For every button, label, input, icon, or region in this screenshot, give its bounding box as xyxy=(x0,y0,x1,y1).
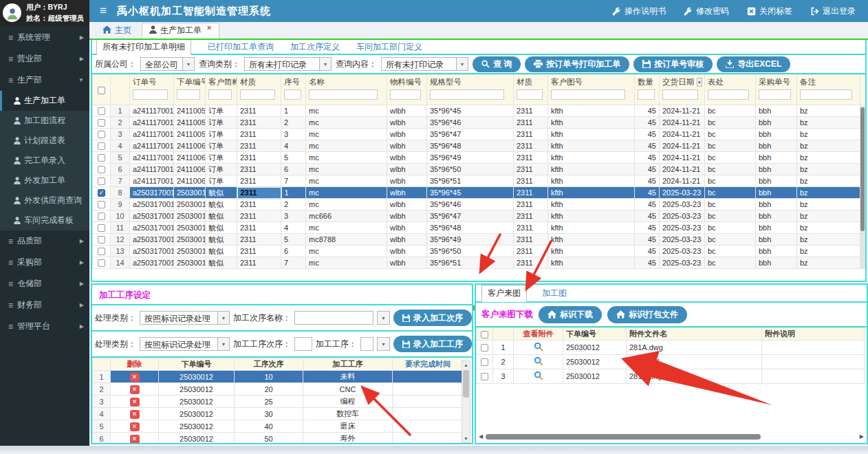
chevron-down-icon[interactable]: ▼ xyxy=(378,338,389,350)
column-filter-input[interactable] xyxy=(177,89,200,100)
subtab-printed-query[interactable]: 已打印加工单查询 xyxy=(208,41,274,53)
sort-dropdown-icon[interactable]: ▼ xyxy=(697,78,702,87)
column-filter-input[interactable] xyxy=(133,89,168,100)
change-password-button[interactable]: 修改密码 xyxy=(684,6,729,17)
step-proc-input[interactable] xyxy=(360,337,373,351)
delete-icon[interactable]: ✕ xyxy=(130,373,140,382)
logout-button[interactable]: 退出登录 xyxy=(810,6,856,17)
scroll-down-icon[interactable]: ▼ xyxy=(462,435,470,442)
delete-icon[interactable]: ✕ xyxy=(130,422,140,431)
row-checkbox[interactable] xyxy=(481,344,488,352)
column-filter-input[interactable] xyxy=(551,89,625,100)
column-filter-input[interactable] xyxy=(390,89,421,100)
search-button[interactable]: 查 询 xyxy=(473,56,521,72)
column-filter-input[interactable] xyxy=(430,89,504,100)
table-row[interactable]: 9a25031700125030013貌似23112mcwlbh35*96*46… xyxy=(93,199,866,210)
table-row[interactable]: 3a24111700124110059订单23113mcwlbh35*96*47… xyxy=(93,129,866,140)
column-filter-input[interactable] xyxy=(240,89,275,100)
attachments-horizontal-scrollbar[interactable]: ◀ ▶ xyxy=(479,433,864,440)
export-excel-button[interactable]: 导出EXCEL xyxy=(717,56,790,72)
row-checkbox[interactable] xyxy=(98,131,105,138)
tab-process-drawing[interactable]: 加工图 xyxy=(536,285,572,301)
process-vertical-scrollbar[interactable]: ▲ ▼ xyxy=(462,360,470,443)
select-all-checkbox[interactable] xyxy=(98,87,105,94)
sidebar-item-系统管理[interactable]: ≡系统管理▶ xyxy=(0,27,89,48)
content-select[interactable]: 所有未打印记录▼ xyxy=(381,57,468,71)
table-row[interactable]: 2a24111700124110058订单23112mcwlbh35*96*46… xyxy=(93,117,866,129)
row-checkbox[interactable] xyxy=(481,358,488,366)
scroll-up-icon[interactable]: ▲ xyxy=(462,361,470,369)
mark-package-button[interactable]: 标识打包文件 xyxy=(607,306,687,323)
row-checkbox[interactable] xyxy=(98,142,105,150)
audit-by-order-button[interactable]: 按订单号审核 xyxy=(633,56,713,72)
row-checkbox[interactable] xyxy=(98,248,105,255)
column-filter-input[interactable] xyxy=(708,89,749,100)
table-row[interactable]: ✓8a25031700125030012貌似23111mcwlbh35*96*4… xyxy=(93,187,866,199)
row-checkbox[interactable]: ✓ xyxy=(98,189,105,197)
column-filter-input[interactable] xyxy=(662,89,698,100)
sidebar-item-外发供应商查询[interactable]: 外发供应商查询 xyxy=(0,191,89,210)
view-attachment-icon[interactable] xyxy=(534,371,543,380)
scroll-left-icon[interactable]: ◀ xyxy=(479,433,483,440)
chevron-down-icon[interactable]: ▼ xyxy=(217,338,229,350)
close-tab-button[interactable]: 关闭标签 xyxy=(747,6,792,17)
delete-icon[interactable]: ✕ xyxy=(130,398,140,407)
attachment-row[interactable]: 325030012281A.png xyxy=(477,369,865,384)
step-proc-dropdown[interactable]: ▼ xyxy=(377,337,390,351)
column-filter-input[interactable] xyxy=(309,89,378,100)
hamburger-menu-icon[interactable]: ≡ xyxy=(89,4,117,18)
sidebar-item-生产加工单[interactable]: 生产加工单 xyxy=(0,91,89,111)
sidebar-item-营业部[interactable]: ≡营业部▶ xyxy=(0,48,89,69)
row-checkbox[interactable] xyxy=(98,259,105,267)
column-filter-input[interactable] xyxy=(517,89,543,100)
delete-icon[interactable]: ✕ xyxy=(130,410,140,419)
process-row[interactable]: 5✕2503001240磨床 xyxy=(93,420,464,433)
tab-close-icon[interactable]: ✕ xyxy=(206,24,212,32)
column-filter-input[interactable] xyxy=(208,89,232,100)
sequence-name-input[interactable] xyxy=(294,311,373,325)
view-attachment-icon[interactable] xyxy=(534,356,543,366)
mark-download-button[interactable]: 标识下载 xyxy=(539,306,602,323)
process-row[interactable]: 6✕2503001250寿外 xyxy=(93,433,464,445)
subtab-workshop-dept-def[interactable]: 车间加工部门定义 xyxy=(356,41,422,53)
table-row[interactable]: 6a24111700124110062订单23116mcwlbh35*96*50… xyxy=(93,164,866,175)
table-row[interactable]: 11a25031700125030015貌似23114mcwlbh35*96*4… xyxy=(93,222,866,234)
handle-type-select[interactable]: 按照标识记录处理▼ xyxy=(140,311,230,325)
row-checkbox[interactable] xyxy=(98,166,105,173)
sidebar-item-计划跟进表[interactable]: 计划跟进表 xyxy=(0,131,89,151)
chevron-down-icon[interactable]: ▼ xyxy=(182,58,194,70)
tab-production-order[interactable]: 生产加工单 ✕ xyxy=(142,23,219,39)
process-row[interactable]: 4✕2503001230数控车 xyxy=(93,408,464,420)
step-seq-input[interactable] xyxy=(294,337,312,351)
attachment-row[interactable]: 125030012281A.dwg xyxy=(477,340,865,355)
table-row[interactable]: 5a24111700124110061订单23115mcwlbh35*96*49… xyxy=(93,152,866,164)
row-checkbox[interactable] xyxy=(98,236,105,244)
sidebar-item-车间完成看板[interactable]: 车间完成看板 xyxy=(0,210,89,230)
orders-vertical-scrollbar[interactable] xyxy=(860,106,865,268)
delete-icon[interactable]: ✕ xyxy=(130,385,140,394)
row-checkbox[interactable] xyxy=(98,224,105,232)
scroll-right-icon[interactable]: ▶ xyxy=(860,433,864,440)
subtab-sequence-def[interactable]: 加工次序定义 xyxy=(290,41,340,53)
manual-button[interactable]: 操作说明书 xyxy=(612,6,666,17)
select-all-checkbox[interactable] xyxy=(481,331,488,338)
column-filter-input[interactable] xyxy=(759,89,791,100)
row-checkbox[interactable] xyxy=(98,119,105,127)
sidebar-item-仓储部[interactable]: ≡仓储部▶ xyxy=(0,273,89,294)
column-filter-input[interactable] xyxy=(284,89,301,100)
row-checkbox[interactable] xyxy=(98,213,105,220)
process-row[interactable]: 1✕2503001210来料 xyxy=(93,371,464,383)
table-row[interactable]: 13a25031700125030017貌似23116mcwlbh35*96*5… xyxy=(93,246,866,257)
chevron-down-icon[interactable]: ▼ xyxy=(378,312,389,324)
row-checkbox[interactable] xyxy=(98,201,105,208)
company-select[interactable]: 全部公司▼ xyxy=(140,57,195,71)
tab-customer-drawing[interactable]: 客户来图 xyxy=(481,285,527,302)
table-row[interactable]: 7a24111700124110063订单23117mcwlbh35*96*51… xyxy=(93,175,866,187)
chevron-down-icon[interactable]: ▼ xyxy=(319,58,331,70)
process-row[interactable]: 2✕2503001220CNC xyxy=(93,383,464,396)
table-row[interactable]: 14a25031700125030018貌似23117mcwlbh35*96*5… xyxy=(93,257,866,269)
process-row[interactable]: 3✕2503001225编程 xyxy=(93,396,464,408)
sidebar-item-品质部[interactable]: ≡品质部▶ xyxy=(0,230,89,252)
print-by-order-button[interactable]: 按订单号打印加工单 xyxy=(525,56,629,72)
row-checkbox[interactable] xyxy=(98,177,105,185)
